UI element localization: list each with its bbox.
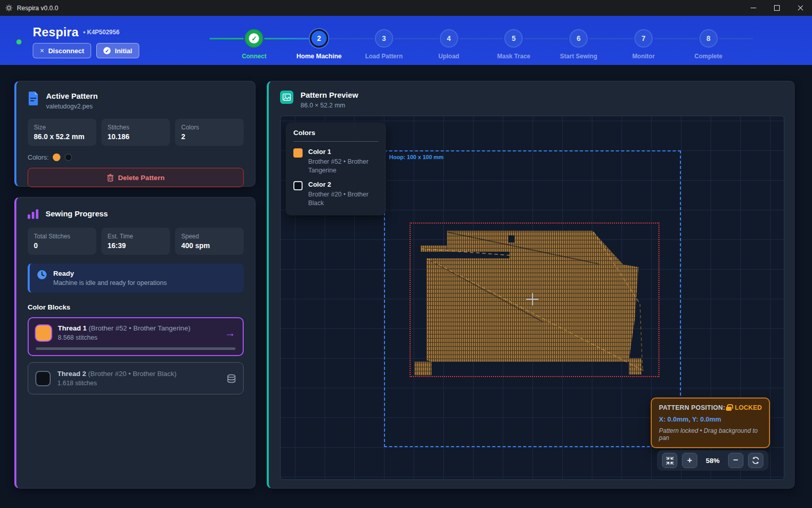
window-title: Respira v0.0.0 xyxy=(17,5,58,12)
brand-name: Respira xyxy=(33,25,78,39)
zoom-out-button[interactable]: − xyxy=(728,453,743,468)
thread-1-progress-bar xyxy=(36,347,236,350)
preview-title: Pattern Preview xyxy=(301,91,358,99)
disconnect-button[interactable]: × Disconnect xyxy=(33,43,91,58)
close-icon xyxy=(797,5,804,11)
disconnect-x-icon: × xyxy=(40,47,44,55)
sewing-progress-card: Sewing Progress Total Stitches 0 Est. Ti… xyxy=(14,197,255,489)
compress-arrows-icon xyxy=(666,457,674,465)
thread-1-row[interactable]: Thread 1 (Brother #52 • Brother Tangerin… xyxy=(28,317,244,356)
check-circle-icon: ✓ xyxy=(103,47,111,54)
active-pattern-card: Active Pattern valetudogv2.pes Size 86.0… xyxy=(14,81,255,187)
machine-serial: • K4P502956 xyxy=(83,29,119,36)
layers-queue-icon xyxy=(227,374,236,383)
reset-view-button[interactable] xyxy=(748,453,763,468)
thread-2-swatch xyxy=(35,371,51,386)
pan-hint: Pattern locked • Drag background to pan xyxy=(659,427,762,441)
color-dot-orange xyxy=(53,153,60,161)
pattern-coords: X: 0.0mm, Y: 0.0mm xyxy=(659,415,762,423)
app-header: Respira • K4P502956 × Disconnect ✓ Initi… xyxy=(0,16,812,65)
maximize-button[interactable] xyxy=(765,0,788,16)
legend-swatch-orange xyxy=(293,148,303,158)
thread-1-swatch xyxy=(36,325,51,341)
step-monitor: 7 Monitor xyxy=(611,29,676,60)
minimize-icon xyxy=(751,8,756,8)
color-blocks-title: Color Blocks xyxy=(28,303,244,311)
stat-stitches: Stitches 10.186 xyxy=(101,119,170,146)
close-button[interactable] xyxy=(788,0,812,16)
arrow-right-icon: → xyxy=(225,327,236,339)
delete-pattern-button[interactable]: Delete Pattern xyxy=(28,168,244,187)
legend-color-2: Color 2 Brother #20 • Brother Black xyxy=(293,181,378,208)
clock-icon xyxy=(37,270,47,280)
zoom-toolbar: + 58% − xyxy=(657,450,768,471)
app-icon xyxy=(5,4,13,12)
step-load-pattern: 3 Load Pattern xyxy=(352,29,417,60)
sewing-title: Sewing Progress xyxy=(46,209,108,218)
stat-total-stitches: Total Stitches 0 xyxy=(28,228,96,255)
step-upload: 4 Upload xyxy=(416,29,481,60)
refresh-icon xyxy=(752,456,760,465)
fit-view-button[interactable] xyxy=(662,453,677,468)
step-home-machine: 2 Home Machine xyxy=(287,29,352,60)
connection-status-dot xyxy=(16,39,22,45)
color-dot-black xyxy=(65,153,72,161)
status-title: Ready xyxy=(53,270,167,277)
trash-icon xyxy=(107,174,114,182)
preview-canvas[interactable]: Hoop: 100 x 100 mm xyxy=(280,116,784,480)
lock-icon xyxy=(726,407,732,411)
pattern-filename: valetudogv2.pes xyxy=(46,103,98,110)
maximize-icon xyxy=(774,5,780,11)
legend-color-1: Color 1 Brother #52 • Brother Tangerine xyxy=(293,148,378,175)
titlebar: Respira v0.0.0 xyxy=(0,0,812,16)
step-connect-circle[interactable]: ✓ xyxy=(245,29,263,48)
legend-swatch-black xyxy=(293,181,303,190)
file-icon xyxy=(28,92,39,105)
status-desc: Machine is idle and ready for operations xyxy=(53,279,167,286)
zoom-percent: 58% xyxy=(702,457,723,465)
active-pattern-title: Active Pattern xyxy=(46,92,98,100)
step-complete: 8 Complete xyxy=(676,29,741,60)
step-start-sewing: 6 Start Sewing xyxy=(546,29,611,60)
pattern-preview-card: Pattern Preview 86.0 × 52.2 mm Hoop: 100… xyxy=(267,81,795,489)
step-connect: ✓ Connect xyxy=(222,29,287,60)
step-home-circle[interactable]: 2 xyxy=(310,29,328,48)
machine-status-banner: Ready Machine is idle and ready for oper… xyxy=(28,263,244,293)
zoom-in-button[interactable]: + xyxy=(682,453,697,468)
preview-dims: 86.0 × 52.2 mm xyxy=(301,102,358,109)
minimize-button[interactable] xyxy=(741,0,765,16)
stat-colors: Colors 2 xyxy=(175,119,244,146)
colors-legend: Colors Color 1 Brother #52 • Brother Tan… xyxy=(286,122,386,215)
initial-button[interactable]: ✓ Initial xyxy=(96,43,139,58)
thread-2-row[interactable]: Thread 2 (Brother #20 • Brother Black) 1… xyxy=(28,362,244,394)
check-icon: ✓ xyxy=(249,33,259,43)
bar-chart-icon xyxy=(28,209,38,219)
pattern-position-overlay: PATTERN POSITION: LOCKED X: 0.0mm, Y: 0.… xyxy=(651,397,770,448)
image-icon xyxy=(280,91,293,104)
wizard-stepper: ✓ Connect 2 Home Machine 3 Load Pattern … xyxy=(222,29,741,60)
colors-label: Colors: xyxy=(28,153,49,161)
step-mask-trace: 5 Mask Trace xyxy=(481,29,546,60)
center-crosshair-icon xyxy=(526,293,539,305)
stat-size: Size 86.0 x 52.2 mm xyxy=(28,119,96,146)
stat-speed: Speed 400 spm xyxy=(175,228,244,255)
stat-est-time: Est. Time 16:39 xyxy=(101,228,170,255)
locked-badge: LOCKED xyxy=(735,404,762,411)
